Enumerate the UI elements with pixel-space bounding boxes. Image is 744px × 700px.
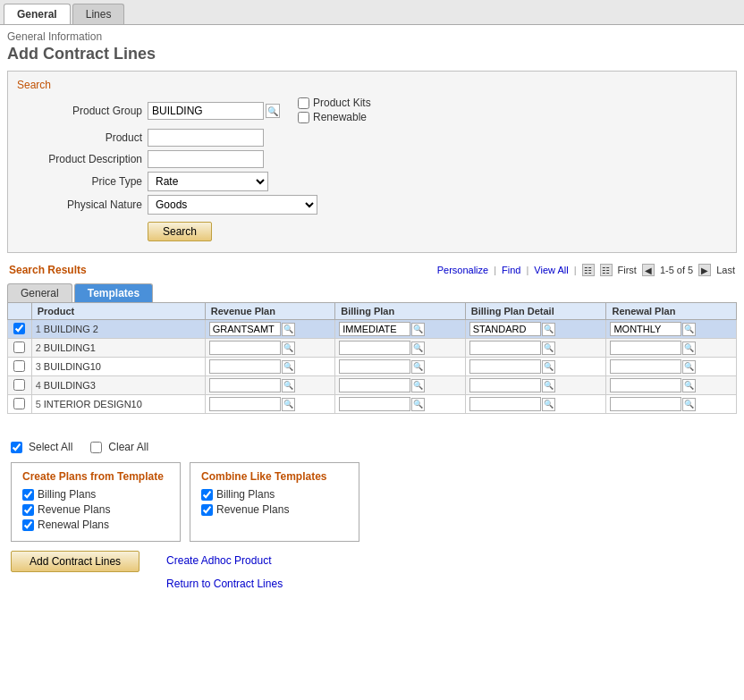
cell-input-billing_plan-2[interactable] <box>339 341 410 355</box>
combine-billing-plans-checkbox[interactable] <box>201 489 213 501</box>
results-table: Product Revenue Plan Billing Plan Billin… <box>7 302 737 414</box>
row-billing-plan-detail-3: 🔍 <box>465 358 606 376</box>
table-header-row: Product Revenue Plan Billing Plan Billin… <box>8 303 737 320</box>
row-checkbox-3[interactable] <box>13 360 25 372</box>
cell-input-revenue_plan-4[interactable] <box>209 378 281 392</box>
cell-input-billing_plan-1[interactable] <box>339 322 410 336</box>
product-desc-input[interactable] <box>148 150 264 168</box>
physical-nature-row: Physical Nature Goods Services <box>17 195 727 215</box>
cell-search-icon-revenue_plan-5[interactable]: 🔍 <box>282 398 295 411</box>
row-checkbox-2[interactable] <box>13 342 25 353</box>
select-all-row: Select All Clear All <box>11 441 733 453</box>
create-adhoc-link[interactable]: Create Adhoc Product <box>166 551 283 570</box>
cell-search-icon-billing_plan-5[interactable]: 🔍 <box>411 398 425 411</box>
product-group-field-wrapper: 🔍 <box>148 102 280 120</box>
row-checkbox-4[interactable] <box>13 379 25 391</box>
cell-search-icon-billing_plan_detail-1[interactable]: 🔍 <box>542 323 555 336</box>
row-revenue-plan-3: 🔍 <box>205 358 335 376</box>
row-checkbox-5[interactable] <box>13 398 25 409</box>
product-group-row: Product Group 🔍 Product Kits Renewable <box>17 97 727 125</box>
cell-search-icon-billing_plan-2[interactable]: 🔍 <box>411 342 425 355</box>
cell-input-renewal_plan-2[interactable] <box>610 341 681 355</box>
separator3: | <box>574 265 577 275</box>
cell-search-icon-renewal_plan-5[interactable]: 🔍 <box>682 398 696 411</box>
cell-input-revenue_plan-1[interactable] <box>209 322 281 336</box>
create-billing-plans-checkbox[interactable] <box>22 489 34 501</box>
prev-icon[interactable]: ◀ <box>642 264 655 276</box>
product-kits-row: Product Kits <box>298 97 371 109</box>
renewable-checkbox[interactable] <box>298 112 309 123</box>
cell-search-icon-revenue_plan-4[interactable]: 🔍 <box>282 379 295 392</box>
return-link[interactable]: Return to Contract Lines <box>166 574 283 594</box>
cell-input-billing_plan-3[interactable] <box>339 359 410 374</box>
renewable-label: Renewable <box>313 111 367 123</box>
cell-search-icon-revenue_plan-1[interactable]: 🔍 <box>282 323 295 336</box>
cell-search-icon-billing_plan_detail-3[interactable]: 🔍 <box>542 360 555 374</box>
subtab-templates[interactable]: Templates <box>74 283 153 302</box>
search-button[interactable]: Search <box>148 222 212 241</box>
create-revenue-plans-checkbox[interactable] <box>22 504 34 516</box>
find-link[interactable]: Find <box>502 265 520 275</box>
cell-input-renewal_plan-3[interactable] <box>610 359 681 374</box>
cell-input-billing_plan_detail-3[interactable] <box>469 359 541 374</box>
col-header-product: Product <box>31 303 205 320</box>
cell-search-icon-billing_plan-1[interactable]: 🔍 <box>411 323 425 336</box>
price-type-label: Price Type <box>17 175 142 188</box>
tab-lines[interactable]: Lines <box>72 4 125 24</box>
first-label[interactable]: First <box>618 265 637 275</box>
cell-search-icon-renewal_plan-3[interactable]: 🔍 <box>682 360 696 374</box>
cell-input-billing_plan_detail-5[interactable] <box>469 397 541 411</box>
grid-view-icon[interactable]: ☷ <box>582 264 595 276</box>
combine-revenue-plans-checkbox[interactable] <box>201 504 213 516</box>
select-all-checkbox[interactable] <box>11 442 22 453</box>
list-view-icon[interactable]: ☷ <box>600 264 613 276</box>
cell-search-icon-renewal_plan-1[interactable]: 🔍 <box>682 323 696 336</box>
col-header-revenue-plan: Revenue Plan <box>205 303 335 320</box>
select-all-wrapper: Select All <box>11 441 72 453</box>
physical-nature-select[interactable]: Goods Services <box>148 195 317 215</box>
cell-search-icon-revenue_plan-2[interactable]: 🔍 <box>282 342 295 355</box>
row-product-2: 2BUILDING1 <box>31 339 205 358</box>
row-checkbox-1[interactable] <box>13 323 25 334</box>
cell-search-icon-renewal_plan-2[interactable]: 🔍 <box>682 342 696 355</box>
cell-input-renewal_plan-5[interactable] <box>610 397 681 411</box>
cell-input-billing_plan_detail-4[interactable] <box>469 378 541 392</box>
subtab-general[interactable]: General <box>7 283 72 302</box>
create-renewal-plans-checkbox[interactable] <box>22 519 34 531</box>
product-input[interactable] <box>148 129 264 147</box>
cell-search-icon-revenue_plan-3[interactable]: 🔍 <box>282 360 295 374</box>
cell-search-icon-billing_plan_detail-5[interactable]: 🔍 <box>542 398 555 411</box>
cell-input-billing_plan_detail-2[interactable] <box>469 341 541 355</box>
cell-input-billing_plan-4[interactable] <box>339 378 410 392</box>
row-product-5: 5INTERIOR DESIGN10 <box>31 395 205 414</box>
cell-input-renewal_plan-1[interactable] <box>610 322 681 336</box>
row-billing-plan-detail-1: 🔍 <box>465 320 606 339</box>
cell-search-icon-renewal_plan-4[interactable]: 🔍 <box>682 379 696 392</box>
clear-all-label: Clear All <box>108 441 148 453</box>
price-type-select[interactable]: Rate Flat Percent <box>148 172 268 191</box>
next-icon[interactable]: ▶ <box>698 264 711 276</box>
cell-search-icon-billing_plan-4[interactable]: 🔍 <box>411 379 425 392</box>
cell-input-revenue_plan-5[interactable] <box>209 397 281 411</box>
cell-input-renewal_plan-4[interactable] <box>610 378 681 392</box>
view-all-link[interactable]: View All <box>534 265 568 275</box>
cell-input-revenue_plan-3[interactable] <box>209 359 281 374</box>
product-group-input[interactable] <box>148 102 264 120</box>
cell-input-billing_plan-5[interactable] <box>339 397 410 411</box>
cell-search-icon-billing_plan_detail-2[interactable]: 🔍 <box>542 342 555 355</box>
add-contract-lines-button[interactable]: Add Contract Lines <box>11 551 140 572</box>
personalize-link[interactable]: Personalize <box>437 265 488 275</box>
last-label[interactable]: Last <box>716 265 735 275</box>
cell-search-icon-billing_plan_detail-4[interactable]: 🔍 <box>542 379 555 392</box>
results-title: Search Results <box>9 264 87 276</box>
cell-search-icon-billing_plan-3[interactable]: 🔍 <box>411 360 425 374</box>
tab-general[interactable]: General <box>4 4 71 24</box>
product-group-search-icon[interactable]: 🔍 <box>266 104 280 118</box>
bottom-actions: Add Contract Lines Create Adhoc Product … <box>11 551 733 594</box>
cell-input-revenue_plan-2[interactable] <box>209 341 281 355</box>
product-kits-checkbox[interactable] <box>298 97 309 109</box>
row-renewal-plan-3: 🔍 <box>606 358 737 376</box>
physical-nature-label: Physical Nature <box>17 198 142 211</box>
clear-all-checkbox[interactable] <box>90 442 102 453</box>
cell-input-billing_plan_detail-1[interactable] <box>469 322 541 336</box>
